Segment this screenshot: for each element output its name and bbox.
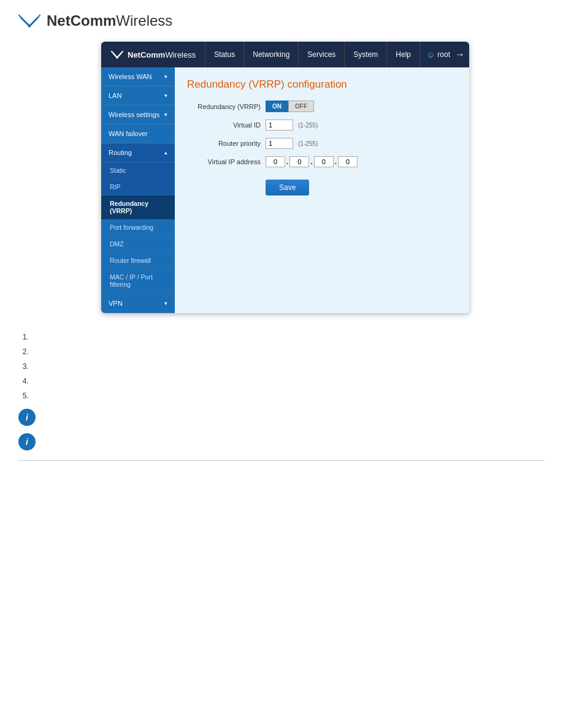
sidebar-item-port-forwarding[interactable]: Port forwarding bbox=[101, 219, 175, 236]
sidebar-item-wireless-settings[interactable]: Wireless settings ▾ bbox=[101, 105, 175, 124]
instructions-list bbox=[18, 332, 545, 401]
info-icon-2: i bbox=[18, 433, 36, 450]
list-item-1 bbox=[31, 332, 545, 343]
nav-system[interactable]: System bbox=[345, 42, 387, 67]
ip-dot-3: . bbox=[335, 157, 337, 166]
list-item-4 bbox=[31, 376, 545, 387]
router-priority-input[interactable] bbox=[266, 138, 293, 149]
page-divider bbox=[18, 460, 545, 461]
nav-links: Status Networking Services System Help bbox=[205, 42, 420, 67]
sidebar: Wireless WAN ▾ LAN ▾ Wireless settings ▾… bbox=[101, 67, 175, 313]
sidebar-sub-redundancy-vrrp[interactable]: Redundancy (VRRP) bbox=[101, 195, 175, 219]
nav-logo-text: NetCommWireless bbox=[128, 50, 196, 59]
nav-signal-icon bbox=[110, 48, 124, 61]
nav-status[interactable]: Status bbox=[205, 42, 244, 67]
content-area: Wireless WAN ▾ LAN ▾ Wireless settings ▾… bbox=[101, 67, 469, 313]
info-box-1: i bbox=[18, 409, 545, 426]
ip-octet-1[interactable] bbox=[266, 156, 285, 167]
sidebar-item-vpn[interactable]: VPN ▾ bbox=[101, 294, 175, 313]
chevron-up-icon: ▴ bbox=[164, 150, 167, 156]
sidebar-sub-static[interactable]: Static bbox=[101, 162, 175, 179]
ip-dot-2: . bbox=[310, 157, 312, 166]
virtual-id-input[interactable] bbox=[266, 119, 293, 131]
ip-octet-4[interactable] bbox=[338, 156, 358, 167]
sidebar-item-router-firewall[interactable]: Router firewall bbox=[101, 252, 175, 269]
main-panel: Redundancy (VRRP) configuration Redundan… bbox=[175, 67, 469, 313]
svg-point-1 bbox=[116, 56, 118, 59]
chevron-down-icon: ▾ bbox=[164, 74, 167, 80]
router-priority-row: Router priority (1-255) bbox=[187, 138, 457, 149]
chevron-down-icon: ▾ bbox=[164, 300, 167, 306]
list-item-5 bbox=[31, 390, 545, 401]
sidebar-item-wireless-wan[interactable]: Wireless WAN ▾ bbox=[101, 67, 175, 86]
routing-submenu: Static RIP Redundancy (VRRP) bbox=[101, 162, 175, 219]
virtual-id-hint: (1-255) bbox=[298, 122, 318, 129]
list-item-3 bbox=[31, 361, 545, 372]
logout-icon[interactable]: → bbox=[455, 49, 465, 60]
sidebar-item-dmz[interactable]: DMZ bbox=[101, 236, 175, 252]
save-button[interactable]: Save bbox=[266, 180, 309, 195]
virtual-id-row: Virtual ID (1-255) bbox=[187, 119, 457, 131]
router-ui-container: NetCommWireless Status Networking Servic… bbox=[101, 42, 469, 313]
sidebar-sub-rip[interactable]: RIP bbox=[101, 179, 175, 195]
info-box-2: i bbox=[18, 433, 545, 450]
virtual-ip-label: Virtual IP address bbox=[187, 158, 261, 165]
nav-networking[interactable]: Networking bbox=[244, 42, 299, 67]
router-priority-label: Router priority bbox=[187, 140, 261, 147]
list-item-2 bbox=[31, 346, 545, 357]
chevron-down-icon: ▾ bbox=[164, 112, 167, 118]
sidebar-item-wan-failover[interactable]: WAN failover bbox=[101, 124, 175, 143]
page-content: i i bbox=[0, 313, 563, 483]
redundancy-row: Redundancy (VRRP) ON OFF bbox=[187, 100, 457, 112]
logo-signal-icon bbox=[18, 11, 40, 31]
nav-user: ☺ root bbox=[426, 50, 450, 59]
redundancy-label: Redundancy (VRRP) bbox=[187, 103, 261, 110]
panel-title: Redundancy (VRRP) configuration bbox=[187, 78, 457, 91]
nav-logo: NetCommWireless bbox=[101, 42, 205, 67]
toggle-off-button[interactable]: OFF bbox=[288, 100, 314, 112]
virtual-id-label: Virtual ID bbox=[187, 121, 261, 129]
sidebar-item-routing[interactable]: Routing ▴ bbox=[101, 143, 175, 162]
ip-octet-2[interactable] bbox=[289, 156, 309, 167]
router-priority-hint: (1-255) bbox=[298, 140, 318, 147]
toggle-on-button[interactable]: ON bbox=[266, 100, 288, 112]
redundancy-toggle[interactable]: ON OFF bbox=[266, 100, 314, 112]
info-icon-1: i bbox=[18, 409, 36, 426]
sidebar-item-lan[interactable]: LAN ▾ bbox=[101, 86, 175, 105]
ip-address-group: . . . bbox=[266, 156, 358, 167]
sidebar-item-mac-ip-port[interactable]: MAC / IP / Port filtering bbox=[101, 269, 175, 293]
chevron-down-icon: ▾ bbox=[164, 93, 167, 99]
ip-octet-3[interactable] bbox=[314, 156, 334, 167]
nav-help[interactable]: Help bbox=[387, 42, 420, 67]
user-icon: ☺ bbox=[426, 50, 435, 59]
top-logo-area: NetCommWireless bbox=[0, 0, 563, 42]
nav-bar: NetCommWireless Status Networking Servic… bbox=[101, 42, 469, 67]
nav-services[interactable]: Services bbox=[299, 42, 345, 67]
nav-username: root bbox=[437, 50, 450, 59]
virtual-ip-row: Virtual IP address . . . bbox=[187, 156, 457, 167]
top-logo-text: NetCommWireless bbox=[47, 12, 172, 29]
nav-right: ☺ root → bbox=[420, 49, 469, 60]
ip-dot-1: . bbox=[286, 157, 288, 166]
